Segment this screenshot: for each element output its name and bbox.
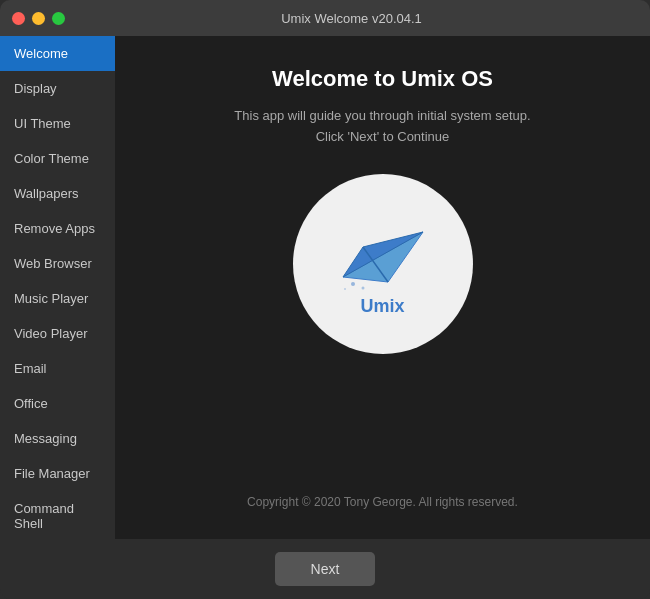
main-content: WelcomeDisplayUI ThemeColor ThemeWallpap… (0, 36, 650, 539)
minimize-button[interactable] (32, 12, 45, 25)
copyright-text: Copyright © 2020 Tony George. All rights… (247, 495, 518, 509)
content-title: Welcome to Umix OS (272, 66, 493, 92)
paper-plane-icon (333, 212, 433, 292)
sidebar-item-email[interactable]: Email (0, 351, 115, 386)
content-instruction: Click 'Next' to Continue (316, 129, 450, 144)
logo-circle: Umix (293, 174, 473, 354)
sidebar-item-color-theme[interactable]: Color Theme (0, 141, 115, 176)
sidebar: WelcomeDisplayUI ThemeColor ThemeWallpap… (0, 36, 115, 539)
sidebar-item-messaging[interactable]: Messaging (0, 421, 115, 456)
titlebar: Umix Welcome v20.04.1 (0, 0, 650, 36)
window-title: Umix Welcome v20.04.1 (65, 11, 638, 26)
sidebar-item-web-browser[interactable]: Web Browser (0, 246, 115, 281)
content-subtitle: This app will guide you through initial … (234, 108, 530, 123)
sidebar-item-ui-theme[interactable]: UI Theme (0, 106, 115, 141)
content-area: Welcome to Umix OS This app will guide y… (115, 36, 650, 539)
sidebar-item-video-player[interactable]: Video Player (0, 316, 115, 351)
sidebar-item-file-manager[interactable]: File Manager (0, 456, 115, 491)
sidebar-item-welcome[interactable]: Welcome (0, 36, 115, 71)
logo-text: Umix (360, 296, 404, 317)
svg-point-4 (361, 286, 364, 289)
maximize-button[interactable] (52, 12, 65, 25)
sidebar-item-command-shell[interactable]: Command Shell (0, 491, 115, 539)
sidebar-item-wallpapers[interactable]: Wallpapers (0, 176, 115, 211)
svg-point-3 (351, 282, 355, 286)
window: Umix Welcome v20.04.1 WelcomeDisplayUI T… (0, 0, 650, 599)
close-button[interactable] (12, 12, 25, 25)
sidebar-item-music-player[interactable]: Music Player (0, 281, 115, 316)
footer: Next (0, 539, 650, 599)
next-button[interactable]: Next (275, 552, 376, 586)
sidebar-item-remove-apps[interactable]: Remove Apps (0, 211, 115, 246)
traffic-lights (12, 12, 65, 25)
sidebar-item-display[interactable]: Display (0, 71, 115, 106)
sidebar-item-office[interactable]: Office (0, 386, 115, 421)
svg-point-5 (344, 288, 346, 290)
